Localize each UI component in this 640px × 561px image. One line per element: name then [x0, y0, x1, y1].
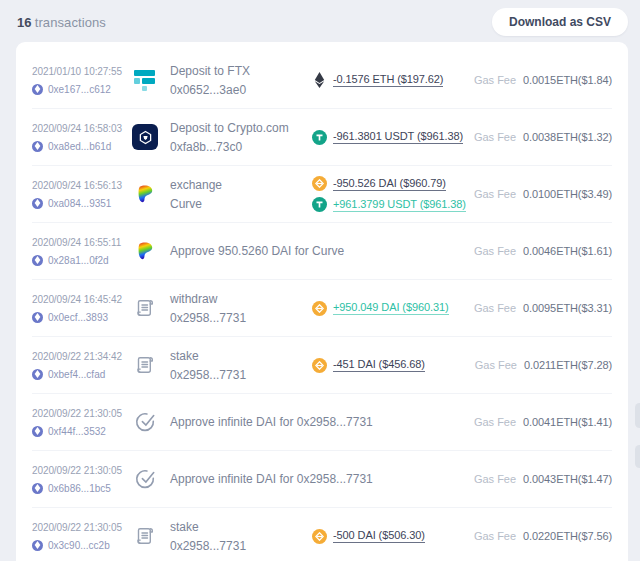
- action-title: exchange: [170, 178, 222, 192]
- action-subtitle[interactable]: 0x2958...7731: [170, 368, 246, 382]
- transaction-count-number: 16: [17, 15, 32, 30]
- transaction-row[interactable]: 2020/09/24 16:45:42 0x0ecf...3893: [32, 280, 612, 337]
- gas-fee-label: Gas Fee: [474, 530, 516, 542]
- gas-fee-label: Gas Fee: [475, 359, 517, 371]
- ethereum-network-icon: [32, 369, 43, 380]
- transaction-row[interactable]: 2020/09/24 16:58:03 0xa8ed...b61d Deposi…: [32, 109, 612, 166]
- amount-text: -950.526 DAI ($960.79): [333, 177, 446, 191]
- gas-cell: Gas Fee 0.0038ETH($1.32): [474, 131, 612, 143]
- transaction-row[interactable]: 2020/09/22 21:30:05 0xf44f...3532 Approv…: [32, 394, 612, 451]
- ftx-icon: [132, 67, 158, 93]
- transaction-row[interactable]: 2021/01/10 10:27:55 0xe167...c612 Deposi…: [32, 52, 612, 109]
- transaction-hash-text: 0xbef4...cfad: [48, 369, 105, 380]
- gas-fee-value: 0.0095ETH($3.31): [523, 302, 612, 314]
- transaction-date: 2021/01/10 10:27:55: [32, 66, 132, 77]
- when-cell: 2021/01/10 10:27:55 0xe167...c612: [32, 66, 132, 95]
- transaction-row[interactable]: 2020/09/24 16:55:11 0x28a1...0f2d: [32, 223, 612, 280]
- transaction-hash[interactable]: 0xf44f...3532: [32, 426, 132, 437]
- transaction-date: 2020/09/24 16:45:42: [32, 294, 132, 305]
- gas-cell: Gas Fee 0.0043ETH($1.47): [474, 473, 612, 485]
- gas-fee-value: 0.0100ETH($3.49): [523, 188, 612, 200]
- action-cell: stake 0x2958...7731: [132, 520, 312, 553]
- action-text: Approve infinite DAI for 0x2958...7731: [170, 472, 373, 486]
- gas-cell: Gas Fee 0.0041ETH($1.41): [474, 416, 612, 428]
- transaction-hash-text: 0xa8ed...b61d: [48, 141, 111, 152]
- gas-cell: Gas Fee 0.0046ETH($1.61): [474, 245, 612, 257]
- amount-link[interactable]: +950.049 DAI ($960.31): [312, 301, 474, 316]
- amount-link[interactable]: -0.1576 ETH ($197.62): [312, 73, 474, 88]
- action-subtitle[interactable]: 0xfa8b...73c0: [170, 140, 289, 154]
- gas-cell: Gas Fee 0.0015ETH($1.84): [474, 74, 612, 86]
- amount-link[interactable]: -950.526 DAI ($960.79): [312, 176, 474, 191]
- download-csv-button[interactable]: Download as CSV: [492, 8, 628, 36]
- action-cell: Approve infinite DAI for 0x2958...7731: [132, 409, 373, 435]
- gas-fee-value: 0.0015ETH($1.84): [523, 74, 612, 86]
- when-cell: 2020/09/22 21:30:05 0xf44f...3532: [32, 408, 132, 437]
- amount-text: -0.1576 ETH ($197.62): [333, 73, 443, 87]
- approve-check-icon: [132, 466, 158, 492]
- transaction-hash[interactable]: 0x0ecf...3893: [32, 312, 132, 323]
- action-title: Approve infinite DAI for 0x2958...7731: [170, 472, 373, 486]
- contract-icon: [132, 352, 158, 378]
- gas-fee-value: 0.0038ETH($1.32): [523, 131, 612, 143]
- amount-link[interactable]: +961.3799 USDT ($961.38): [312, 197, 474, 212]
- amount-link[interactable]: -451 DAI ($456.68): [312, 358, 475, 373]
- action-subtitle[interactable]: 0x2958...7731: [170, 311, 246, 325]
- transaction-row[interactable]: 2020/09/22 21:30:05 0x3c90...cc2b: [32, 508, 612, 561]
- transaction-hash[interactable]: 0x6b86...1bc5: [32, 483, 132, 494]
- transaction-row[interactable]: 2020/09/24 16:56:13 0xa084...9351: [32, 166, 612, 223]
- scrollbar-thumb[interactable]: [635, 445, 640, 468]
- action-text: Deposit to FTX 0x0652...3ae0: [170, 64, 250, 97]
- gas-cell: Gas Fee 0.0220ETH($7.56): [474, 530, 612, 542]
- gas-fee-label: Gas Fee: [474, 473, 516, 485]
- action-text: Approve infinite DAI for 0x2958...7731: [170, 415, 373, 429]
- amount-text: +961.3799 USDT ($961.38): [333, 198, 466, 212]
- transaction-row[interactable]: 2020/09/22 21:34:42 0xbef4...cfad: [32, 337, 612, 394]
- dai-icon: [312, 529, 327, 544]
- scrollbar-thumb[interactable]: [635, 403, 640, 428]
- gas-cell: Gas Fee 0.0100ETH($3.49): [474, 188, 612, 200]
- contract-icon: [132, 295, 158, 321]
- action-subtitle[interactable]: Curve: [170, 197, 222, 211]
- action-text: stake 0x2958...7731: [170, 349, 246, 382]
- amount-link[interactable]: -500 DAI ($506.30): [312, 529, 474, 544]
- gas-fee-value: 0.0220ETH($7.56): [523, 530, 612, 542]
- action-cell: withdraw 0x2958...7731: [132, 292, 312, 325]
- transaction-hash[interactable]: 0xa8ed...b61d: [32, 141, 132, 152]
- amount-link[interactable]: -961.3801 USDT ($961.38): [312, 130, 474, 145]
- amount-cell: -500 DAI ($506.30): [312, 529, 474, 544]
- transaction-date: 2020/09/22 21:34:42: [32, 351, 132, 362]
- action-text: Deposit to Crypto.com 0xfa8b...73c0: [170, 121, 289, 154]
- transaction-hash[interactable]: 0xe167...c612: [32, 84, 132, 95]
- dai-icon: [312, 358, 327, 373]
- transaction-hash[interactable]: 0x3c90...cc2b: [32, 540, 132, 551]
- when-cell: 2020/09/24 16:45:42 0x0ecf...3893: [32, 294, 132, 323]
- action-cell: stake 0x2958...7731: [132, 349, 312, 382]
- action-subtitle[interactable]: 0x2958...7731: [170, 539, 246, 553]
- approve-check-icon: [132, 409, 158, 435]
- transaction-date: 2020/09/22 21:30:05: [32, 522, 132, 533]
- ethereum-network-icon: [32, 312, 43, 323]
- transaction-hash-text: 0x6b86...1bc5: [48, 483, 111, 494]
- when-cell: 2020/09/22 21:30:05 0x3c90...cc2b: [32, 522, 132, 551]
- gas-fee-value: 0.0041ETH($1.41): [523, 416, 612, 428]
- action-subtitle[interactable]: 0x0652...3ae0: [170, 83, 250, 97]
- transaction-hash[interactable]: 0x28a1...0f2d: [32, 255, 132, 266]
- when-cell: 2020/09/24 16:58:03 0xa8ed...b61d: [32, 123, 132, 152]
- ethereum-network-icon: [32, 198, 43, 209]
- action-cell: exchange Curve: [132, 178, 312, 211]
- transactions-page: 16transactions Download as CSV 2021/01/1…: [0, 0, 640, 561]
- dai-icon: [312, 176, 327, 191]
- gas-fee-value: 0.0043ETH($1.47): [523, 473, 612, 485]
- action-text: Approve 950.5260 DAI for Curve: [170, 244, 344, 258]
- transaction-hash[interactable]: 0xbef4...cfad: [32, 369, 132, 380]
- ethereum-network-icon: [32, 141, 43, 152]
- transaction-date: 2020/09/22 21:30:05: [32, 465, 132, 476]
- ethereum-network-icon: [32, 483, 43, 494]
- gas-fee-value: 0.0046ETH($1.61): [523, 245, 612, 257]
- transaction-row[interactable]: 2020/09/22 21:30:05 0x6b86...1bc5 Approv…: [32, 451, 612, 508]
- usdt-icon: [312, 197, 327, 212]
- gas-fee-label: Gas Fee: [474, 74, 516, 86]
- action-title: Deposit to FTX: [170, 64, 250, 78]
- transaction-hash[interactable]: 0xa084...9351: [32, 198, 132, 209]
